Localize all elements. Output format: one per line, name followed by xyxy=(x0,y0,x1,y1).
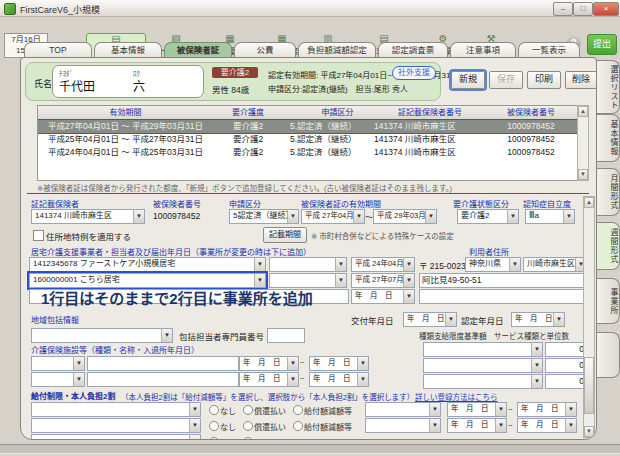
chevron-down-icon[interactable]: ▼ xyxy=(357,373,368,386)
form-scrollbar[interactable]: ▲ ▼ xyxy=(583,196,595,438)
tab-hihokensha[interactable]: 被保険者証 xyxy=(164,42,232,58)
radio-genngaku-2[interactable] xyxy=(293,421,303,431)
shisetsu-in-date-2[interactable]: 年 月 日▼ xyxy=(239,372,299,387)
chevron-down-icon[interactable]: ▼ xyxy=(189,403,200,416)
chevron-down-icon[interactable]: ▼ xyxy=(425,210,436,223)
tab-futangaku[interactable]: 負担額減額認定 xyxy=(298,42,376,58)
chevron-down-icon[interactable]: ▼ xyxy=(335,274,346,287)
shisetsu-type-select-2[interactable]: ▼ xyxy=(31,372,85,387)
kyotaku-office-select-2[interactable]: 1600000001 こちら居宅▼ xyxy=(29,273,266,288)
shurui-select-2[interactable]: ▼ xyxy=(423,358,543,373)
scrollbar-thumb[interactable] xyxy=(584,357,594,414)
chevron-down-icon[interactable]: ▼ xyxy=(357,357,368,370)
chevron-down-icon[interactable]: ▼ xyxy=(429,403,440,416)
kyotaku-date-select-2[interactable]: 平成 27年07月10日▼ xyxy=(351,273,415,288)
chevron-down-icon[interactable]: ▼ xyxy=(509,258,520,271)
minimize-button[interactable]: ‒ xyxy=(553,2,573,16)
kyotaku-date-select-1[interactable]: 平成 24年04月01日▼ xyxy=(351,257,415,272)
shisetsu-type-select-1[interactable]: ▼ xyxy=(31,356,85,371)
side-tab-gekkan[interactable]: 月間形式 xyxy=(595,168,620,216)
insurer-select[interactable]: 141374 川崎市麻生区▼ xyxy=(31,209,145,224)
chevron-down-icon[interactable]: ▼ xyxy=(254,274,265,287)
shurui-units-1[interactable]: 0 xyxy=(545,342,587,357)
shurui-units-3[interactable]: 0 xyxy=(545,374,587,389)
scroll-down-icon[interactable]: ▼ xyxy=(578,169,588,180)
chevron-down-icon[interactable]: ▼ xyxy=(495,403,506,416)
chevron-down-icon[interactable]: ▼ xyxy=(254,258,265,271)
table-row[interactable]: 平成24年04月01日 ～ 平成25年03月31日 要介護2 5.認定済（継続）… xyxy=(38,146,578,159)
chevron-down-icon[interactable]: ▼ xyxy=(335,258,346,271)
kyotaku-date-select-3[interactable]: 年 月 日▼ xyxy=(351,289,415,304)
kyotaku-staff-select-2[interactable]: ▼ xyxy=(269,273,347,288)
maximize-button[interactable]: □ xyxy=(573,2,593,16)
chevron-down-icon[interactable]: ▼ xyxy=(565,419,576,432)
radio-shoukan-3[interactable] xyxy=(243,437,253,440)
shisetsu-name-input-1[interactable] xyxy=(87,356,239,371)
kyufu-from-date-1[interactable]: 年 月 日▼ xyxy=(447,402,507,417)
kyufu-detail-select-1[interactable]: ▼ xyxy=(365,402,441,417)
tab-nintei[interactable]: 認定調査票 xyxy=(378,42,448,58)
chevron-down-icon[interactable]: ▼ xyxy=(73,373,84,386)
shurui-units-2[interactable]: 0 xyxy=(545,358,587,373)
apply-select[interactable]: 5認定済（継続）▼ xyxy=(229,209,299,224)
radio-nashi-2[interactable] xyxy=(209,421,219,431)
chevron-down-icon[interactable]: ▼ xyxy=(353,210,364,223)
kyotaku-staff-select-1[interactable]: ▼ xyxy=(269,257,347,272)
side-tab-shuukan[interactable]: 週間形式 xyxy=(595,222,620,270)
care-level-select[interactable]: 要介護2▼ xyxy=(457,209,519,224)
kisai-kikan-button[interactable]: 記載期間 xyxy=(263,227,307,243)
tab-top[interactable]: TOP xyxy=(24,42,92,58)
table-row[interactable]: 平成25年04月01日 ～ 平成27年03月31日 要介護2 5.認定済（継続）… xyxy=(38,133,578,146)
chevron-down-icon[interactable]: ▼ xyxy=(189,419,200,432)
shisetsu-name-input-2[interactable] xyxy=(87,372,239,387)
radio-nashi-3[interactable] xyxy=(209,437,219,440)
side-tab-sentaku-list[interactable]: 選択リスト xyxy=(595,60,620,114)
chevron-down-icon[interactable]: ▼ xyxy=(495,419,506,432)
chevron-down-icon[interactable]: ▼ xyxy=(403,258,414,271)
kyufu-select-3[interactable]: ▼ xyxy=(31,434,201,440)
tab-chuui[interactable]: 注意事項 xyxy=(450,42,516,58)
chiiki-select[interactable]: ▼ xyxy=(31,328,173,343)
dementia-select[interactable]: Ⅲa▼ xyxy=(525,209,575,224)
kyufu-to-date-2[interactable]: 年 月 日▼ xyxy=(517,418,577,433)
city-select[interactable]: 川崎市麻生区▼ xyxy=(523,257,587,272)
kyufu-detail-select-2[interactable]: ▼ xyxy=(365,418,441,433)
chevron-down-icon[interactable]: ▼ xyxy=(531,375,542,388)
chevron-down-icon[interactable]: ▼ xyxy=(133,210,144,223)
chevron-down-icon[interactable]: ▼ xyxy=(287,357,298,370)
radio-genngaku-1[interactable] xyxy=(293,405,303,415)
kyufu-to-date-1[interactable]: 年 月 日▼ xyxy=(517,402,577,417)
chevron-down-icon[interactable]: ▼ xyxy=(403,274,414,287)
chevron-down-icon[interactable]: ▼ xyxy=(403,290,414,303)
kyufu-from-date-2[interactable]: 年 月 日▼ xyxy=(447,418,507,433)
tab-kouhi[interactable]: 公費 xyxy=(234,42,296,58)
chevron-down-icon[interactable]: ▼ xyxy=(531,359,542,372)
chevron-down-icon[interactable]: ▼ xyxy=(189,435,200,440)
shisetsu-out-date-2[interactable]: 年 月 日▼ xyxy=(309,372,369,387)
new-button[interactable]: 新規 xyxy=(451,71,485,89)
senmon-input[interactable] xyxy=(267,328,305,343)
table-row[interactable]: 平成27年04月01日 ～ 平成29年03月31日 要介護2 5.認定済（継続）… xyxy=(38,119,578,134)
shisetsu-out-date-1[interactable]: 年 月 日▼ xyxy=(309,356,369,371)
tab-kihon[interactable]: 基本情報 xyxy=(94,42,162,58)
address-line1-input[interactable]: 阿比見49-50-51 xyxy=(419,273,587,288)
validity-to-select[interactable]: 平成 29年03月31日▼ xyxy=(373,209,437,224)
kyotaku-office-select-1[interactable]: 1412345678 ファーストケア小規模居宅▼ xyxy=(29,257,266,272)
chevron-down-icon[interactable]: ▼ xyxy=(429,419,440,432)
chevron-down-icon[interactable]: ▼ xyxy=(565,403,576,416)
kyufu-select-2[interactable]: ▼ xyxy=(31,418,201,433)
side-tab-kihon[interactable]: 基本情報 xyxy=(595,114,620,162)
scroll-up-icon[interactable]: ▲ xyxy=(584,197,594,208)
kyufu-select-1[interactable]: ▼ xyxy=(31,402,201,417)
table-scrollbar[interactable]: ▲ ▼ xyxy=(577,105,589,181)
scroll-down-icon[interactable]: ▼ xyxy=(584,426,594,437)
address-line2-input[interactable] xyxy=(419,289,587,304)
close-button[interactable]: × xyxy=(593,2,619,16)
print-button[interactable]: 印刷 xyxy=(527,71,561,89)
delete-button[interactable]: 削除 xyxy=(565,71,597,89)
chevron-down-icon[interactable]: ▼ xyxy=(563,210,574,223)
pref-select[interactable]: 神奈川県▼ xyxy=(465,257,521,272)
chevron-down-icon[interactable]: ▼ xyxy=(507,210,518,223)
radio-shoukan-2[interactable] xyxy=(243,421,253,431)
shurui-select-1[interactable]: ▼ xyxy=(423,342,543,357)
